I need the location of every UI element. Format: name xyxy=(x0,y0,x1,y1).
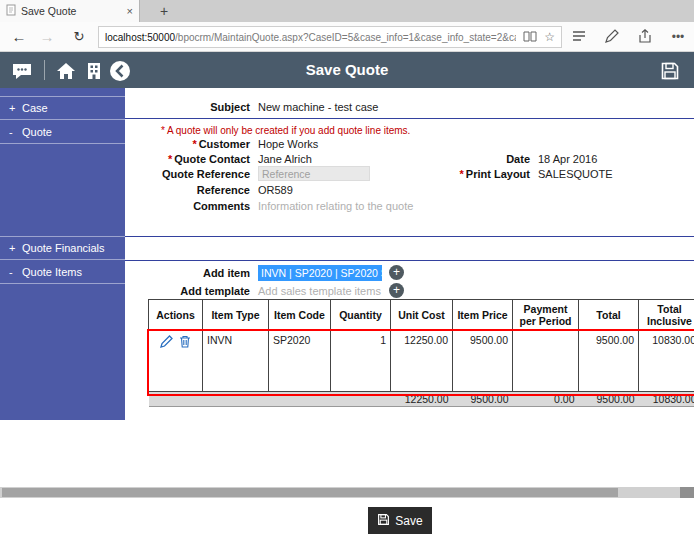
app-toolbar: Save Quote xyxy=(0,52,694,88)
print-layout-value: SALESQUOTE xyxy=(538,168,613,180)
new-tab-button[interactable]: + xyxy=(152,0,176,22)
row-item-code: SP2020 xyxy=(269,330,331,392)
refresh-icon[interactable]: ↻ xyxy=(68,22,90,52)
section-divider xyxy=(125,236,694,237)
quote-reference-label: Quote Reference xyxy=(125,168,250,180)
date-value: 18 Apr 2016 xyxy=(538,153,597,165)
expand-icon: + xyxy=(9,102,17,114)
scrollbar-thumb[interactable] xyxy=(2,488,618,497)
col-header-item-type: Item Type xyxy=(203,300,269,330)
url-input[interactable]: localhost:50000 /bpocrm/MaintainQuote.as… xyxy=(98,26,562,48)
table-header-row: Actions Item Type Item Code Quantity Uni… xyxy=(149,300,694,330)
browser-address-bar: ← → ↻ localhost:50000 /bpocrm/MaintainQu… xyxy=(0,22,694,52)
delete-trash-icon[interactable] xyxy=(177,334,193,346)
required-asterisk: * xyxy=(161,125,165,136)
collapse-icon: - xyxy=(9,126,17,138)
row-item-type: INVN xyxy=(203,330,269,392)
sidebar-item-label: Quote Items xyxy=(22,266,82,278)
browser-actions: ••• xyxy=(562,22,694,52)
quote-contact-value: Jane Alrich xyxy=(258,153,312,165)
save-button-label: Save xyxy=(395,514,422,528)
reading-view-icon[interactable] xyxy=(523,28,537,46)
totals-row: 12250.00 9500.00 0.00 9500.00 10830.00 xyxy=(149,392,694,407)
row-quantity: 1 xyxy=(331,330,391,392)
add-item-plus-icon[interactable]: + xyxy=(389,265,404,280)
sidebar-item-label: Quote xyxy=(22,126,52,138)
required-asterisk: * xyxy=(192,138,196,150)
main-content: Subject New machine - test case *A quote… xyxy=(125,88,694,420)
page-title: Save Quote xyxy=(0,52,694,88)
col-header-actions: Actions xyxy=(149,300,203,330)
required-asterisk: * xyxy=(168,153,172,165)
hub-icon[interactable] xyxy=(572,30,586,44)
col-header-quantity: Quantity xyxy=(331,300,391,330)
quote-note: *A quote will only be created if you add… xyxy=(161,125,410,136)
customer-value: Hope Works xyxy=(258,138,318,150)
subject-value: New machine - test case xyxy=(258,101,378,113)
sidebar-item-quote[interactable]: - Quote xyxy=(0,120,125,144)
row-item-price: 9500.00 xyxy=(453,330,513,392)
sidebar-item-case[interactable]: + Case xyxy=(0,96,125,120)
quote-items-table: Actions Item Type Item Code Quantity Uni… xyxy=(148,299,694,407)
save-button[interactable]: Save xyxy=(368,507,432,534)
web-note-icon[interactable] xyxy=(605,29,619,45)
sidebar-item-label: Quote Financials xyxy=(22,242,105,254)
save-disk-icon xyxy=(377,513,390,529)
browser-tab-bar: Save Quote × + xyxy=(0,0,694,22)
col-header-total-inclusive: Total Inclusive xyxy=(639,300,694,330)
row-unit-cost: 12250.00 xyxy=(391,330,453,392)
row-actions-cell xyxy=(149,330,203,392)
browser-tab[interactable]: Save Quote × xyxy=(0,0,140,22)
url-path: /bpocrm/MaintainQuote.aspx?CaseID=5&case… xyxy=(175,32,516,43)
col-header-unit-cost: Unit Cost xyxy=(391,300,453,330)
section-divider xyxy=(125,260,694,261)
print-layout-label: *Print Layout xyxy=(423,168,530,180)
page-favicon xyxy=(6,2,16,20)
sidebar-item-quote-items[interactable]: - Quote Items xyxy=(0,260,125,284)
add-template-plus-icon[interactable]: + xyxy=(389,283,404,298)
sidebar-item-label: Case xyxy=(22,102,48,114)
totals-empty xyxy=(269,392,331,407)
horizontal-scrollbar[interactable] xyxy=(0,487,694,498)
totals-unit-cost: 12250.00 xyxy=(391,392,453,407)
edit-pencil-icon[interactable] xyxy=(158,334,178,346)
back-icon[interactable]: ← xyxy=(8,22,30,52)
sidebar-item-quote-financials[interactable]: + Quote Financials xyxy=(0,236,125,260)
quote-contact-label: *Quote Contact xyxy=(125,153,250,165)
row-payment-per-period xyxy=(513,330,579,392)
add-template-label: Add template xyxy=(125,285,250,297)
totals-empty xyxy=(331,392,391,407)
comments-label: Comments xyxy=(125,200,250,212)
section-divider xyxy=(125,118,694,119)
totals-empty xyxy=(203,392,269,407)
share-icon[interactable] xyxy=(638,29,652,45)
totals-total-inclusive: 10830.00 xyxy=(639,392,694,407)
reference-label: Reference xyxy=(125,184,250,196)
add-item-label: Add item xyxy=(125,267,250,279)
reference-value: OR589 xyxy=(258,184,293,196)
browser-window: Save Quote × + ← → ↻ localhost:50000 /bp… xyxy=(0,0,694,541)
date-label: Date xyxy=(423,153,530,165)
more-icon[interactable]: ••• xyxy=(672,31,685,43)
forward-icon[interactable]: → xyxy=(36,22,58,52)
subject-label: Subject xyxy=(125,101,250,113)
col-header-payment-per-period: Payment per Period xyxy=(513,300,579,330)
row-total-inclusive: 10830.00 xyxy=(639,330,694,392)
col-header-item-price: Item Price xyxy=(453,300,513,330)
comments-placeholder[interactable]: Information relating to the quote xyxy=(258,200,413,212)
required-asterisk: * xyxy=(460,168,464,180)
col-header-item-code: Item Code xyxy=(269,300,331,330)
totals-total: 9500.00 xyxy=(579,392,639,407)
quote-reference-input[interactable] xyxy=(258,166,370,181)
favorites-star-icon[interactable]: ☆ xyxy=(544,30,555,44)
table-row: INVN SP2020 1 12250.00 9500.00 9500.00 1… xyxy=(149,330,694,392)
tab-close-icon[interactable]: × xyxy=(127,5,133,17)
url-text: localhost:50000 /bpocrm/MaintainQuote.as… xyxy=(105,32,516,43)
totals-item-price: 9500.00 xyxy=(453,392,513,407)
add-item-input[interactable]: INVN | SP2020 | SP2020 Sp xyxy=(258,265,382,281)
totals-empty xyxy=(149,392,203,407)
url-host: localhost:50000 xyxy=(105,32,175,43)
save-disk-icon[interactable] xyxy=(658,60,682,82)
add-template-input[interactable]: Add sales template items xyxy=(258,285,381,297)
scrollbar-right-arrow[interactable] xyxy=(680,487,694,498)
